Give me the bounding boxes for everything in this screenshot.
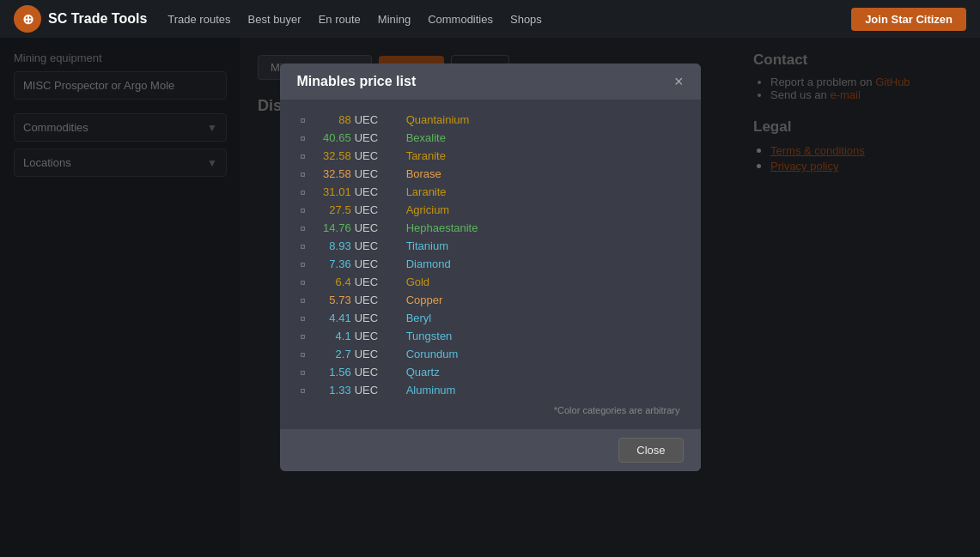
nav-trade-routes[interactable]: Trade routes xyxy=(167,13,230,26)
nav-best-buyer[interactable]: Best buyer xyxy=(248,13,301,26)
price-row: ¤ 2.7 UEC Corundum xyxy=(301,348,680,360)
currency-icon: ¤ xyxy=(301,349,306,360)
price-number: 88 xyxy=(307,113,351,126)
commodity-name: Taranite xyxy=(406,149,446,162)
price-row: ¤ 32.58 UEC Borase xyxy=(301,167,680,180)
currency-icon: ¤ xyxy=(301,367,306,378)
join-star-citizen-button[interactable]: Join Star Citizen xyxy=(851,8,966,31)
currency-icon: ¤ xyxy=(301,205,306,215)
commodity-name: Quartz xyxy=(406,366,440,378)
currency-icon: ¤ xyxy=(301,241,306,251)
uec-label: UEC xyxy=(355,131,386,144)
price-row: ¤ 27.5 UEC Agricium xyxy=(301,203,680,216)
uec-label: UEC xyxy=(355,275,386,288)
modal-body: ¤ 88 UEC Quantainium ¤ 40.65 UEC Bexalit… xyxy=(280,100,701,429)
price-number: 7.36 xyxy=(307,257,351,270)
currency-icon: ¤ xyxy=(301,169,306,179)
uec-label: UEC xyxy=(355,348,386,360)
commodity-name: Bexalite xyxy=(406,131,446,144)
price-row: ¤ 31.01 UEC Laranite xyxy=(301,185,680,198)
currency-icon: ¤ xyxy=(301,277,306,288)
minables-modal: Minables price list × ¤ 88 UEC Quantaini… xyxy=(280,64,701,471)
price-row: ¤ 1.33 UEC Aluminum xyxy=(301,384,680,397)
price-number: 4.1 xyxy=(307,330,351,342)
site-title: SC Trade Tools xyxy=(48,11,147,27)
page-body: Mining equipment MISC Prospector or Argo… xyxy=(0,38,980,557)
currency-icon: ¤ xyxy=(301,187,306,197)
uec-label: UEC xyxy=(355,185,386,198)
price-row: ¤ 8.93 UEC Titanium xyxy=(301,239,680,252)
price-row: ¤ 4.41 UEC Beryl xyxy=(301,312,680,324)
nav-mining[interactable]: Mining xyxy=(378,13,411,26)
logo-icon: ⊕ xyxy=(14,5,41,33)
currency-icon: ¤ xyxy=(301,331,306,342)
color-categories-note: *Color categories are arbitrary xyxy=(301,405,680,415)
price-number: 32.58 xyxy=(307,167,351,180)
price-number: 5.73 xyxy=(307,294,351,306)
currency-icon: ¤ xyxy=(301,313,306,324)
price-row: ¤ 4.1 UEC Tungsten xyxy=(301,330,680,342)
uec-label: UEC xyxy=(355,203,386,216)
commodity-name: Gold xyxy=(406,275,429,288)
commodity-name: Borase xyxy=(406,167,441,180)
nav-links: Trade routes Best buyer En route Mining … xyxy=(167,13,831,26)
modal-close-button[interactable]: Close xyxy=(618,438,683,463)
modal-title: Minables price list xyxy=(297,74,417,89)
price-number: 31.01 xyxy=(307,185,351,198)
price-number: 27.5 xyxy=(307,203,351,216)
price-row: ¤ 40.65 UEC Bexalite xyxy=(301,131,680,144)
price-number: 8.93 xyxy=(307,239,351,252)
price-number: 40.65 xyxy=(307,131,351,144)
currency-icon: ¤ xyxy=(301,115,306,125)
price-row: ¤ 7.36 UEC Diamond xyxy=(301,257,680,270)
commodity-name: Hephaestanite xyxy=(406,221,478,234)
commodity-name: Copper xyxy=(406,294,443,306)
uec-label: UEC xyxy=(355,312,386,324)
currency-icon: ¤ xyxy=(301,385,306,396)
price-row: ¤ 6.4 UEC Gold xyxy=(301,275,680,288)
price-number: 32.58 xyxy=(307,149,351,162)
modal-close-x-button[interactable]: × xyxy=(674,74,684,89)
currency-icon: ¤ xyxy=(301,295,306,306)
nav-commodities[interactable]: Commodities xyxy=(428,13,493,26)
price-row: ¤ 32.58 UEC Taranite xyxy=(301,149,680,162)
uec-label: UEC xyxy=(355,239,386,252)
commodity-name: Diamond xyxy=(406,257,451,270)
price-number: 2.7 xyxy=(307,348,351,360)
uec-label: UEC xyxy=(355,167,386,180)
currency-icon: ¤ xyxy=(301,133,306,143)
currency-icon: ¤ xyxy=(301,259,306,269)
currency-icon: ¤ xyxy=(301,151,306,161)
commodity-name: Quantainium xyxy=(406,113,470,126)
price-row: ¤ 88 UEC Quantainium xyxy=(301,113,680,126)
uec-label: UEC xyxy=(355,113,386,126)
modal-header: Minables price list × xyxy=(280,64,701,100)
price-number: 14.76 xyxy=(307,221,351,234)
commodity-name: Tungsten xyxy=(406,330,453,342)
currency-icon: ¤ xyxy=(301,223,306,233)
commodity-name: Corundum xyxy=(406,348,459,360)
price-row: ¤ 1.56 UEC Quartz xyxy=(301,366,680,378)
uec-label: UEC xyxy=(355,149,386,162)
uec-label: UEC xyxy=(355,330,386,342)
commodity-name: Agricium xyxy=(406,203,450,216)
modal-footer: Close xyxy=(280,429,701,471)
nav-en-route[interactable]: En route xyxy=(319,13,361,26)
uec-label: UEC xyxy=(355,257,386,270)
commodity-name: Laranite xyxy=(406,185,447,198)
price-number: 6.4 xyxy=(307,275,351,288)
logo-area: ⊕ SC Trade Tools xyxy=(14,5,147,33)
modal-backdrop: Minables price list × ¤ 88 UEC Quantaini… xyxy=(0,38,980,557)
price-number: 4.41 xyxy=(307,312,351,324)
uec-label: UEC xyxy=(355,384,386,397)
uec-label: UEC xyxy=(355,366,386,378)
uec-label: UEC xyxy=(355,221,386,234)
uec-label: UEC xyxy=(355,294,386,306)
commodity-name: Aluminum xyxy=(406,384,456,397)
commodity-name: Beryl xyxy=(406,312,432,324)
commodity-name: Titanium xyxy=(406,239,448,252)
price-row: ¤ 14.76 UEC Hephaestanite xyxy=(301,221,680,234)
header: ⊕ SC Trade Tools Trade routes Best buyer… xyxy=(0,0,980,38)
price-number: 1.56 xyxy=(307,366,351,378)
nav-shops[interactable]: Shops xyxy=(510,13,542,26)
